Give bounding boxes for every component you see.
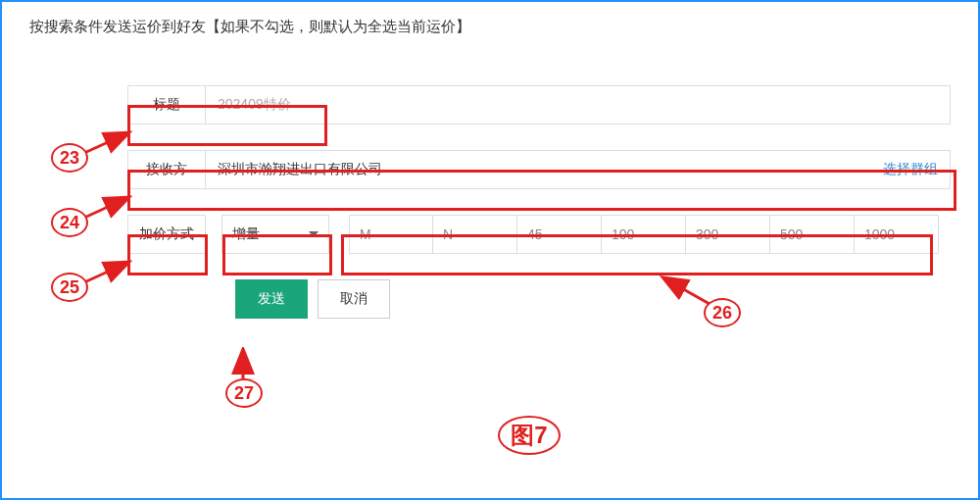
recipient-row: 接收方 深圳市瀚翔进出口有限公司 选择群组 <box>29 150 951 189</box>
markup-label: 加价方式 <box>127 215 206 254</box>
tier-cell-n[interactable]: N <box>433 215 517 254</box>
recipient-value: 深圳市瀚翔进出口有限公司 <box>218 161 382 178</box>
cancel-button[interactable]: 取消 <box>318 279 390 319</box>
recipient-label: 接收方 <box>127 150 206 189</box>
send-button[interactable]: 发送 <box>235 279 308 319</box>
tier-cell-500[interactable]: 500 <box>770 215 855 254</box>
markup-select-value: 增量 <box>232 225 260 243</box>
arrow-27 <box>225 347 261 382</box>
chevron-down-icon <box>309 231 318 237</box>
title-row: 标题 202409特价 <box>29 85 951 125</box>
tier-grid: M N 45 100 300 500 1000 <box>349 215 939 254</box>
select-group-link[interactable]: 选择群组 <box>883 161 938 178</box>
recipient-input[interactable]: 深圳市瀚翔进出口有限公司 选择群组 <box>206 150 951 189</box>
tier-cell-m[interactable]: M <box>349 215 433 254</box>
tier-cell-300[interactable]: 300 <box>686 215 770 254</box>
dialog-frame: 按搜索条件发送运价到好友【如果不勾选，则默认为全选当前运价】 标题 202409… <box>0 0 980 500</box>
tier-cell-100[interactable]: 100 <box>602 215 686 254</box>
markup-select[interactable]: 增量 <box>221 215 329 254</box>
markup-row: 加价方式 增量 M N 45 100 300 500 1000 <box>29 215 951 254</box>
title-input[interactable]: 202409特价 <box>206 85 951 125</box>
annotation-27: 27 <box>225 378 263 408</box>
button-row: 发送 取消 <box>235 279 951 319</box>
dialog-title: 按搜索条件发送运价到好友【如果不勾选，则默认为全选当前运价】 <box>2 2 978 46</box>
tier-cell-45[interactable]: 45 <box>517 215 602 254</box>
form-area: 标题 202409特价 接收方 深圳市瀚翔进出口有限公司 选择群组 加价方式 增… <box>2 46 978 338</box>
figure-label: 图7 <box>498 416 561 455</box>
title-label: 标题 <box>127 85 206 125</box>
tier-cell-1000[interactable]: 1000 <box>855 215 939 254</box>
